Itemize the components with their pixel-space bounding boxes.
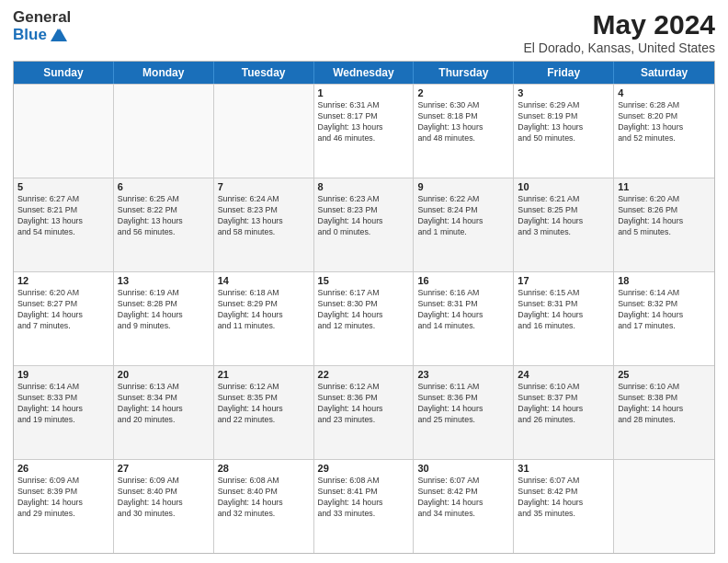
day-info: Sunrise: 6:11 AM Sunset: 8:36 PM Dayligh… bbox=[417, 382, 509, 426]
day-info: Sunrise: 6:09 AM Sunset: 8:40 PM Dayligh… bbox=[118, 476, 210, 520]
day-info: Sunrise: 6:23 AM Sunset: 8:23 PM Dayligh… bbox=[318, 194, 410, 238]
day-cell-29: 29Sunrise: 6:08 AM Sunset: 8:41 PM Dayli… bbox=[314, 460, 415, 553]
day-info: Sunrise: 6:30 AM Sunset: 8:18 PM Dayligh… bbox=[417, 100, 509, 144]
day-cell-12: 12Sunrise: 6:20 AM Sunset: 8:27 PM Dayli… bbox=[14, 272, 114, 365]
day-of-week-friday: Friday bbox=[514, 62, 614, 84]
day-number: 23 bbox=[417, 369, 509, 380]
day-info: Sunrise: 6:24 AM Sunset: 8:23 PM Dayligh… bbox=[218, 194, 310, 238]
day-info: Sunrise: 6:18 AM Sunset: 8:29 PM Dayligh… bbox=[218, 288, 310, 332]
day-cell-23: 23Sunrise: 6:11 AM Sunset: 8:36 PM Dayli… bbox=[414, 366, 514, 459]
day-cell-24: 24Sunrise: 6:10 AM Sunset: 8:37 PM Dayli… bbox=[514, 366, 614, 459]
day-number: 4 bbox=[618, 87, 711, 98]
day-number: 13 bbox=[118, 275, 210, 286]
day-cell-31: 31Sunrise: 6:07 AM Sunset: 8:42 PM Dayli… bbox=[514, 460, 614, 553]
day-number: 28 bbox=[218, 463, 310, 474]
day-cell-21: 21Sunrise: 6:12 AM Sunset: 8:35 PM Dayli… bbox=[214, 366, 314, 459]
day-info: Sunrise: 6:25 AM Sunset: 8:22 PM Dayligh… bbox=[118, 194, 210, 238]
day-info: Sunrise: 6:14 AM Sunset: 8:32 PM Dayligh… bbox=[618, 288, 711, 332]
day-cell-17: 17Sunrise: 6:15 AM Sunset: 8:31 PM Dayli… bbox=[514, 272, 614, 365]
day-info: Sunrise: 6:07 AM Sunset: 8:42 PM Dayligh… bbox=[417, 476, 509, 520]
calendar-row: 19Sunrise: 6:14 AM Sunset: 8:33 PM Dayli… bbox=[14, 365, 714, 459]
day-of-week-tuesday: Tuesday bbox=[214, 62, 314, 84]
day-number: 12 bbox=[17, 275, 109, 286]
day-number: 3 bbox=[518, 87, 609, 98]
day-info: Sunrise: 6:22 AM Sunset: 8:24 PM Dayligh… bbox=[417, 194, 509, 238]
day-info: Sunrise: 6:20 AM Sunset: 8:26 PM Dayligh… bbox=[618, 194, 711, 238]
day-of-week-wednesday: Wednesday bbox=[314, 62, 415, 84]
day-cell-1: 1Sunrise: 6:31 AM Sunset: 8:17 PM Daylig… bbox=[314, 85, 415, 178]
day-info: Sunrise: 6:28 AM Sunset: 8:20 PM Dayligh… bbox=[618, 100, 711, 144]
day-info: Sunrise: 6:31 AM Sunset: 8:17 PM Dayligh… bbox=[318, 100, 410, 144]
day-number: 2 bbox=[417, 87, 509, 98]
day-number: 6 bbox=[118, 181, 210, 192]
day-number: 29 bbox=[318, 463, 410, 474]
day-cell-16: 16Sunrise: 6:16 AM Sunset: 8:31 PM Dayli… bbox=[414, 272, 514, 365]
day-cell-19: 19Sunrise: 6:14 AM Sunset: 8:33 PM Dayli… bbox=[14, 366, 114, 459]
day-cell-6: 6Sunrise: 6:25 AM Sunset: 8:22 PM Daylig… bbox=[114, 178, 214, 271]
day-info: Sunrise: 6:07 AM Sunset: 8:42 PM Dayligh… bbox=[518, 476, 609, 520]
day-cell-20: 20Sunrise: 6:13 AM Sunset: 8:34 PM Dayli… bbox=[114, 366, 214, 459]
day-info: Sunrise: 6:13 AM Sunset: 8:34 PM Dayligh… bbox=[118, 382, 210, 426]
day-number: 27 bbox=[118, 463, 210, 474]
empty-cell bbox=[114, 85, 214, 178]
logo-general: General bbox=[13, 9, 71, 27]
day-number: 19 bbox=[17, 369, 109, 380]
day-cell-18: 18Sunrise: 6:14 AM Sunset: 8:32 PM Dayli… bbox=[614, 272, 714, 365]
day-cell-15: 15Sunrise: 6:17 AM Sunset: 8:30 PM Dayli… bbox=[314, 272, 415, 365]
day-info: Sunrise: 6:21 AM Sunset: 8:25 PM Dayligh… bbox=[518, 194, 609, 238]
day-info: Sunrise: 6:20 AM Sunset: 8:27 PM Dayligh… bbox=[17, 288, 109, 332]
day-number: 8 bbox=[318, 181, 410, 192]
calendar-row: 5Sunrise: 6:27 AM Sunset: 8:21 PM Daylig… bbox=[14, 178, 714, 271]
day-cell-10: 10Sunrise: 6:21 AM Sunset: 8:25 PM Dayli… bbox=[514, 178, 614, 271]
day-info: Sunrise: 6:10 AM Sunset: 8:37 PM Dayligh… bbox=[518, 382, 609, 426]
empty-cell bbox=[614, 460, 714, 553]
day-info: Sunrise: 6:14 AM Sunset: 8:33 PM Dayligh… bbox=[17, 382, 109, 426]
day-info: Sunrise: 6:17 AM Sunset: 8:30 PM Dayligh… bbox=[318, 288, 410, 332]
day-number: 11 bbox=[618, 181, 711, 192]
location: El Dorado, Kansas, United States bbox=[523, 40, 715, 55]
day-number: 25 bbox=[618, 369, 711, 380]
calendar-header: SundayMondayTuesdayWednesdayThursdayFrid… bbox=[14, 62, 714, 84]
day-cell-30: 30Sunrise: 6:07 AM Sunset: 8:42 PM Dayli… bbox=[414, 460, 514, 553]
logo-blue: Blue bbox=[13, 27, 47, 44]
day-number: 15 bbox=[318, 275, 410, 286]
day-cell-25: 25Sunrise: 6:10 AM Sunset: 8:38 PM Dayli… bbox=[614, 366, 714, 459]
day-info: Sunrise: 6:09 AM Sunset: 8:39 PM Dayligh… bbox=[17, 476, 109, 520]
day-cell-8: 8Sunrise: 6:23 AM Sunset: 8:23 PM Daylig… bbox=[314, 178, 415, 271]
day-number: 1 bbox=[318, 87, 410, 98]
empty-cell bbox=[14, 85, 114, 178]
day-cell-27: 27Sunrise: 6:09 AM Sunset: 8:40 PM Dayli… bbox=[114, 460, 214, 553]
day-cell-5: 5Sunrise: 6:27 AM Sunset: 8:21 PM Daylig… bbox=[14, 178, 114, 271]
day-cell-26: 26Sunrise: 6:09 AM Sunset: 8:39 PM Dayli… bbox=[14, 460, 114, 553]
day-number: 24 bbox=[518, 369, 609, 380]
day-info: Sunrise: 6:19 AM Sunset: 8:28 PM Dayligh… bbox=[118, 288, 210, 332]
day-info: Sunrise: 6:16 AM Sunset: 8:31 PM Dayligh… bbox=[417, 288, 509, 332]
day-number: 20 bbox=[118, 369, 210, 380]
empty-cell bbox=[214, 85, 314, 178]
title-block: May 2024 El Dorado, Kansas, United State… bbox=[523, 9, 715, 55]
day-number: 10 bbox=[518, 181, 609, 192]
logo-icon bbox=[49, 27, 67, 43]
day-cell-22: 22Sunrise: 6:12 AM Sunset: 8:36 PM Dayli… bbox=[314, 366, 415, 459]
day-number: 31 bbox=[518, 463, 609, 474]
day-number: 7 bbox=[218, 181, 310, 192]
calendar-row: 26Sunrise: 6:09 AM Sunset: 8:39 PM Dayli… bbox=[14, 459, 714, 553]
day-info: Sunrise: 6:15 AM Sunset: 8:31 PM Dayligh… bbox=[518, 288, 609, 332]
calendar-row: 1Sunrise: 6:31 AM Sunset: 8:17 PM Daylig… bbox=[14, 84, 714, 178]
header: General Blue May 2024 El Dorado, Kansas,… bbox=[13, 9, 715, 55]
day-info: Sunrise: 6:27 AM Sunset: 8:21 PM Dayligh… bbox=[17, 194, 109, 238]
calendar: SundayMondayTuesdayWednesdayThursdayFrid… bbox=[13, 61, 715, 554]
day-of-week-saturday: Saturday bbox=[614, 62, 714, 84]
page: General Blue May 2024 El Dorado, Kansas,… bbox=[0, 0, 728, 563]
day-number: 26 bbox=[17, 463, 109, 474]
day-of-week-thursday: Thursday bbox=[414, 62, 514, 84]
day-number: 9 bbox=[417, 181, 509, 192]
day-cell-2: 2Sunrise: 6:30 AM Sunset: 8:18 PM Daylig… bbox=[414, 85, 514, 178]
day-info: Sunrise: 6:29 AM Sunset: 8:19 PM Dayligh… bbox=[518, 100, 609, 144]
day-cell-9: 9Sunrise: 6:22 AM Sunset: 8:24 PM Daylig… bbox=[414, 178, 514, 271]
day-number: 14 bbox=[218, 275, 310, 286]
day-number: 5 bbox=[17, 181, 109, 192]
logo: General Blue bbox=[13, 9, 71, 43]
day-cell-11: 11Sunrise: 6:20 AM Sunset: 8:26 PM Dayli… bbox=[614, 178, 714, 271]
day-of-week-sunday: Sunday bbox=[14, 62, 114, 84]
